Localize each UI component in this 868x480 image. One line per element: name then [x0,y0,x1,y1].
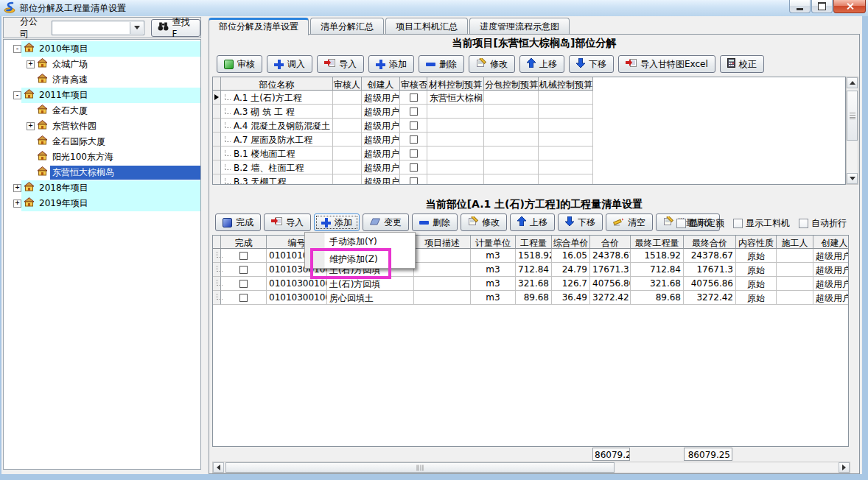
lower-section-title: 当前部位[A.1 土(石)方工程]的工程量清单设置 [209,198,859,211]
title-bar: 部位分解及工程量清单设置 [0,0,868,16]
upper-section-title: 当前项目[东营恒大棕榈岛]部位分解 [209,37,859,50]
tab-content-panel: 当前项目[东营恒大棕榈岛]部位分解 审核 调入 导入 添加 删除 修改 上移 下… [209,34,860,474]
scroll-left-button[interactable] [213,462,224,473]
table-row[interactable]: A.1 土(石)方工程 超级用户 东营恒大棕榈岛 [213,91,845,105]
company-combobox[interactable] [52,21,144,35]
reviewed-checkbox[interactable] [410,121,418,130]
collapse-icon[interactable]: - [13,45,21,53]
reviewed-checkbox[interactable] [410,93,418,102]
current-row-indicator [214,94,219,100]
move-up-button[interactable]: 上移 [510,213,555,231]
table-row[interactable]: A.7 屋面及防水工程 超级用户 [213,133,845,147]
tab-part-breakdown[interactable]: 部位分解及清单设置 [209,18,309,35]
tree-item-zhongcheng[interactable]: + 众城广场 [4,57,200,72]
change-button[interactable]: 变更 [363,213,409,231]
table-row[interactable]: B.3 天棚工程 超级用户 [213,174,845,185]
scroll-up-button[interactable] [847,77,858,88]
scroll-right-button[interactable] [839,462,850,473]
done-checkbox[interactable] [239,294,248,302]
reviewed-checkbox[interactable] [410,177,418,186]
clear-button[interactable]: 清空 [606,213,653,231]
show-material-option[interactable]: 显示工料机 [733,217,790,230]
expand-icon[interactable]: + [13,200,21,208]
checkbox-icon[interactable] [676,219,686,228]
house-icon [24,89,35,101]
scrollbar-thumb[interactable] [847,91,858,141]
add-button-open[interactable]: 添加 [314,213,360,231]
done-checkbox[interactable] [239,266,248,274]
reviewed-checkbox[interactable] [410,149,418,158]
collapse-icon[interactable]: - [13,91,21,99]
column-header: 工程量 [516,236,552,249]
table-row[interactable]: B.2 墙、柱面工程 超级用户 [213,160,845,174]
app-logo-icon [4,1,15,15]
list-table-hscrollbar[interactable] [212,462,850,473]
finish-button[interactable]: 完成 [215,213,261,231]
annotation-highlight-box [310,248,391,279]
tree-item-dongying-ruanjianyuan[interactable]: + 东营软件园 [4,119,200,134]
move-up-button[interactable]: 上移 [519,55,564,73]
auto-wrap-option[interactable]: 自动折行 [799,217,847,230]
close-button[interactable] [833,0,866,13]
table-row[interactable]: B.1 楼地面工程 超级用户 [213,147,845,160]
reviewed-checkbox[interactable] [410,163,418,172]
tab-progress-flow[interactable]: 进度管理流程示意图 [469,18,570,34]
scroll-down-button[interactable] [847,173,858,184]
move-down-button[interactable]: 下移 [558,213,603,231]
reviewed-checkbox[interactable] [410,135,418,144]
done-checkbox[interactable] [239,252,248,260]
tab-list-summary[interactable]: 清单分解汇总 [310,18,384,34]
tree-item-jiqing[interactable]: 济青高速 [4,72,200,88]
column-header: 创建人 [813,236,849,249]
table-row[interactable]: 010103001003 房心回填土 m3 89.68 36.49 3272.4… [213,291,848,305]
expand-icon[interactable]: + [13,184,21,192]
checkbox-icon[interactable] [799,219,808,228]
recalculate-button[interactable]: 校正 [720,55,764,73]
move-down-button[interactable]: 下移 [569,55,614,73]
add-button[interactable]: 添加 [368,55,414,73]
delete-button[interactable]: 删除 [412,213,458,231]
checkbox-icon[interactable] [733,219,743,228]
part-table-vscrollbar[interactable] [846,77,858,185]
house-icon [37,135,48,147]
tree-item-yangguang100[interactable]: 阳光100东方海 [4,149,200,165]
show-quota-option[interactable]: 显示定额 [676,217,724,230]
modify-button[interactable]: 修改 [461,213,507,231]
import-button[interactable]: 导入 [264,213,311,231]
tree-item-jinshi-guoji[interactable]: 金石国际大厦 [4,134,200,149]
done-checkbox[interactable] [239,280,248,288]
modify-button[interactable]: 修改 [469,55,515,73]
maximize-button[interactable] [811,0,833,13]
table-row[interactable]: A.4 混凝土及钢筋混凝土 超级用户 [213,119,845,133]
import-gantt-excel-button[interactable]: 导入甘特图Excel [618,55,715,73]
tree-item-jinshi[interactable]: 金石大厦 [4,103,200,119]
table-row[interactable]: 010103001002 土(石)方回填 m3 321.68 126.7 407… [213,277,848,291]
tree-item-2011[interactable]: - 2011年项目 [4,88,200,103]
tree-item-label: 阳光100东方海 [50,150,116,164]
tree-item-2019[interactable]: + 2019年项目 [4,196,200,211]
column-header: 计量单位 [471,236,516,249]
reviewed-checkbox[interactable] [410,107,418,116]
blue-square-icon [223,218,232,227]
tree-item-dongying-hengda-selected[interactable]: 东营恒大棕榈岛 [4,165,200,180]
house-icon [24,197,35,209]
column-header: 合价 [590,236,631,249]
tree-item-2018[interactable]: + 2018年项目 [4,180,200,196]
expand-icon[interactable]: + [27,122,35,130]
green-square-icon [224,60,234,69]
minimize-button[interactable] [789,0,811,13]
column-header: 机械控制预算 [539,77,593,91]
tab-material-summary[interactable]: 项目工料机汇总 [385,18,468,34]
table-row[interactable]: A.3 砌 筑 工 程 超级用户 [213,105,845,119]
company-label: 分公司 [20,15,46,40]
combobox-dropdown-button[interactable] [130,22,143,34]
delete-button[interactable]: 删除 [419,55,464,73]
column-header: 分包控制预算 [484,77,539,91]
expand-icon[interactable]: + [27,60,35,68]
import-button[interactable]: 导入 [317,55,364,73]
tree-item-2010[interactable]: - 2010年项目 [4,41,200,57]
scrollbar-thumb[interactable] [225,462,615,473]
review-button[interactable]: 审核 [217,55,262,73]
search-button[interactable]: 查找F [151,19,200,37]
transfer-in-button[interactable]: 调入 [267,55,312,73]
